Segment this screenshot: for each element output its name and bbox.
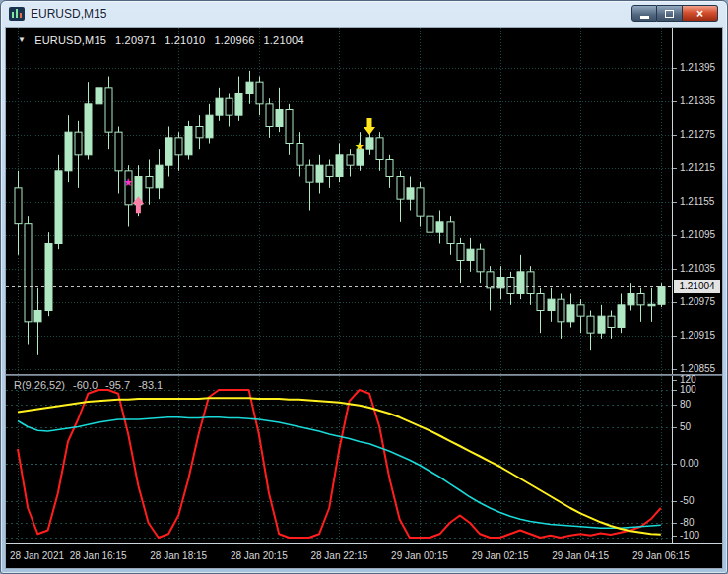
bull-candle xyxy=(85,104,92,155)
bear-candle xyxy=(376,138,383,160)
bear-candle xyxy=(457,244,464,261)
bear-candle xyxy=(558,299,564,322)
indicator-scale[interactable]: 12010080500.00-50-80-100 xyxy=(673,376,724,543)
scale-tick xyxy=(673,464,677,465)
scale-tick xyxy=(673,235,677,236)
scale-tick xyxy=(673,536,677,537)
price-scale-label: 1.21335 xyxy=(680,96,715,106)
bull-candle xyxy=(598,316,605,333)
bear-candle xyxy=(417,188,424,216)
price-scale[interactable]: 1.21004 1.213951.213351.212751.212151.21… xyxy=(673,28,724,374)
chart-window-icon xyxy=(9,7,25,21)
indicator-scale-label: -80 xyxy=(680,517,694,528)
bull-candle xyxy=(185,127,192,155)
bull-candle xyxy=(436,222,443,232)
bull-candle xyxy=(156,165,163,188)
time-axis[interactable]: 28 Jan 202128 Jan 16:1528 Jan 18:1528 Ja… xyxy=(6,544,722,570)
bear-candle xyxy=(15,188,22,224)
bull-candle xyxy=(628,294,634,305)
indicator-scale-label: 50 xyxy=(680,421,691,432)
time-label: 29 Jan 00:15 xyxy=(378,550,461,561)
price-scale-label: 1.21275 xyxy=(680,129,715,140)
collapse-triangle-icon[interactable]: ▼ xyxy=(18,35,26,47)
indicator-scale-label: 100 xyxy=(680,384,696,395)
indicator-scale-label: -100 xyxy=(680,530,699,541)
close-button[interactable]: × xyxy=(683,5,718,22)
oscillator-line-slow xyxy=(18,398,661,535)
bear-candle xyxy=(527,272,534,294)
header-close: 1.21004 xyxy=(264,34,304,46)
price-scale-label: 1.21095 xyxy=(680,229,715,240)
scale-tick xyxy=(673,135,677,136)
bear-candle xyxy=(105,88,112,132)
bull-candle xyxy=(548,299,555,310)
bull-candle xyxy=(276,110,283,127)
scale-tick xyxy=(673,405,677,406)
indicator-scale-label: 0.00 xyxy=(680,458,698,469)
indicator-scale-label: -50 xyxy=(680,495,694,506)
scale-tick xyxy=(673,523,677,524)
bear-candle xyxy=(146,177,153,188)
bear-candle xyxy=(226,98,232,115)
indicator-header[interactable]: R(9,26,52) -60.0 -95.7 -83.1 xyxy=(14,379,163,391)
time-label: 28 Jan 22:15 xyxy=(298,550,380,561)
bull-candle xyxy=(34,311,41,322)
time-label: 28 Jan 16:15 xyxy=(57,550,140,561)
minimize-button[interactable] xyxy=(631,5,657,22)
bull-candle xyxy=(96,88,102,104)
scale-tick xyxy=(673,501,677,502)
candlestick-chart[interactable]: ★★ xyxy=(6,28,672,374)
oscillator-line-medium xyxy=(18,417,661,529)
scale-tick xyxy=(673,202,677,203)
scale-tick xyxy=(673,390,677,391)
window-title: EURUSD,M15 xyxy=(31,7,106,21)
header-open: 1.20971 xyxy=(115,34,156,46)
bear-candle xyxy=(537,294,544,311)
bear-candle xyxy=(427,216,433,232)
bear-candle xyxy=(347,155,354,165)
time-label: 29 Jan 04:15 xyxy=(539,550,622,561)
header-high: 1.21010 xyxy=(165,34,205,46)
close-icon: × xyxy=(696,7,703,21)
bull-candle xyxy=(497,278,504,288)
maximize-icon xyxy=(665,10,674,18)
current-price-tag: 1.21004 xyxy=(674,280,720,293)
oscillator-pane[interactable] xyxy=(6,376,672,543)
bull-candle xyxy=(65,132,72,171)
bear-candle xyxy=(286,110,293,144)
bull-candle xyxy=(206,115,213,138)
bull-candle xyxy=(658,287,665,305)
price-scale-label: 1.21035 xyxy=(680,263,715,274)
pane-separator[interactable] xyxy=(6,374,722,376)
bear-candle xyxy=(507,278,514,294)
scale-tick xyxy=(673,101,677,102)
title-bar[interactable]: EURUSD,M15 × xyxy=(1,1,727,27)
bull-candle xyxy=(55,171,62,244)
bull-candle xyxy=(316,165,323,182)
scale-tick xyxy=(673,302,677,303)
scale-tick xyxy=(673,369,677,370)
bull-candle xyxy=(567,305,574,322)
bear-candle xyxy=(477,249,484,272)
bull-candle xyxy=(216,98,223,115)
scale-tick xyxy=(673,68,677,69)
bear-candle xyxy=(397,177,404,200)
minimize-icon xyxy=(640,16,649,19)
bull-candle xyxy=(246,82,253,93)
bull-candle xyxy=(618,305,625,328)
maximize-button[interactable] xyxy=(657,5,683,22)
scale-tick xyxy=(673,427,677,428)
bear-candle xyxy=(196,127,203,138)
bear-candle xyxy=(266,104,273,127)
indicator-value-medium: -83.1 xyxy=(138,379,163,391)
bear-candle xyxy=(256,82,263,104)
scale-tick xyxy=(673,336,677,337)
header-low: 1.20966 xyxy=(214,34,254,46)
mt4-chart-window: EURUSD,M15 × ▼ EURUSD,M15 1.20971 1.2101… xyxy=(0,0,728,574)
ohlc-header[interactable]: ▼ EURUSD,M15 1.20971 1.21010 1.20966 1.2… xyxy=(18,34,304,46)
bear-candle xyxy=(386,160,393,177)
bear-candle xyxy=(587,316,594,333)
time-label: 29 Jan 02:15 xyxy=(459,550,542,561)
bull-candle xyxy=(366,138,373,149)
sell-arrow-icon xyxy=(364,118,375,135)
